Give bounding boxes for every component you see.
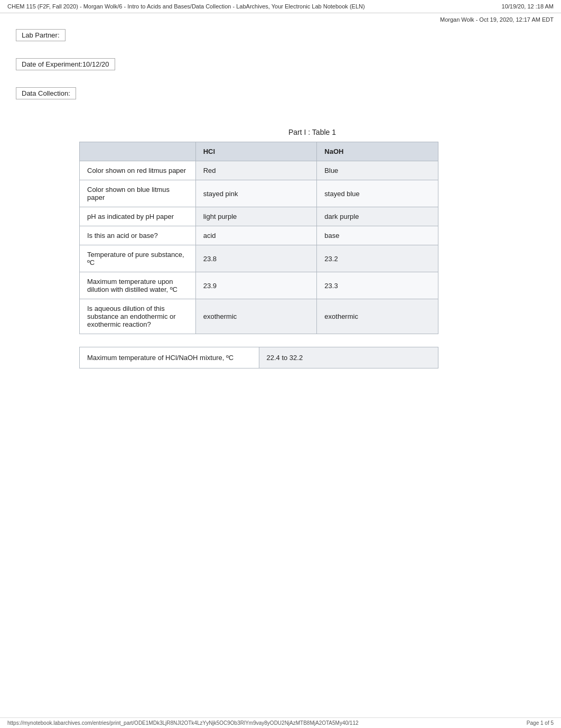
- author-date: Morgan Wolk - Oct 19, 2020, 12:17 AM EDT: [0, 13, 561, 24]
- row-naoh-value: stayed blue: [317, 180, 438, 207]
- row-naoh-value: exothermic: [317, 299, 438, 334]
- table-row: Color shown on blue litmus paperstayed p…: [80, 180, 438, 207]
- page-title-bar: CHEM 115 (F2F, Fall 2020) - Morgan Wolk/…: [7, 3, 365, 10]
- summary-table: Maximum temperature of HCl/NaOH mixture,…: [79, 347, 438, 368]
- row-naoh-value: 23.2: [317, 245, 438, 272]
- row-label: Color shown on red litmus paper: [80, 161, 196, 180]
- row-hcl-value: 23.8: [195, 245, 317, 272]
- row-hcl-value: 23.9: [195, 272, 317, 299]
- main-content: Part I : Table 1 HCl NaOH Color shown on…: [0, 128, 561, 384]
- data-collection-field: Data Collection:: [16, 87, 76, 99]
- col-header-empty: [80, 142, 196, 161]
- row-hcl-value: acid: [195, 226, 317, 245]
- row-label: Color shown on blue litmus paper: [80, 180, 196, 207]
- row-naoh-value: Blue: [317, 161, 438, 180]
- row-label: pH as indicated by pH paper: [80, 207, 196, 226]
- table-row: Temperature of pure substance, ºC23.823.…: [80, 245, 438, 272]
- table-row: Maximum temperature upon dilution with d…: [80, 272, 438, 299]
- row-hcl-value: light purple: [195, 207, 317, 226]
- summary-value: 22.4 to 32.2: [259, 347, 438, 368]
- col-header-hcl: HCl: [195, 142, 317, 161]
- data-table: HCl NaOH Color shown on red litmus paper…: [79, 142, 438, 334]
- row-label: Temperature of pure substance, ºC: [80, 245, 196, 272]
- row-naoh-value: 23.3: [317, 272, 438, 299]
- col-header-naoh: NaOH: [317, 142, 438, 161]
- datetime-bar: 10/19/20, 12 :18 AM: [502, 3, 554, 10]
- row-hcl-value: exothermic: [195, 299, 317, 334]
- footer-page: Page 1 of 5: [527, 720, 554, 726]
- row-hcl-value: stayed pink: [195, 180, 317, 207]
- row-naoh-value: dark purple: [317, 207, 438, 226]
- metadata-section: Lab Partner: Date of Experiment:10/12/20…: [0, 24, 561, 117]
- date-field: Date of Experiment:10/12/20: [16, 58, 115, 70]
- table-row: Is this an acid or base?acidbase: [80, 226, 438, 245]
- table-row: pH as indicated by pH paperlight purpled…: [80, 207, 438, 226]
- row-label: Maximum temperature upon dilution with d…: [80, 272, 196, 299]
- browser-bar: CHEM 115 (F2F, Fall 2020) - Morgan Wolk/…: [0, 0, 561, 13]
- row-hcl-value: Red: [195, 161, 317, 180]
- lab-partner-field: Lab Partner:: [16, 29, 66, 41]
- table1-title: Part I : Table 1: [79, 128, 545, 136]
- row-label: Is aqueous dilution of this substance an…: [80, 299, 196, 334]
- table-row: Is aqueous dilution of this substance an…: [80, 299, 438, 334]
- table-row: Color shown on red litmus paperRedBlue: [80, 161, 438, 180]
- footer-url: https://mynotebook.labarchives.com/entri…: [7, 720, 359, 726]
- row-naoh-value: base: [317, 226, 438, 245]
- row-label: Is this an acid or base?: [80, 226, 196, 245]
- summary-label: Maximum temperature of HCl/NaOH mixture,…: [80, 347, 259, 368]
- footer: https://mynotebook.labarchives.com/entri…: [0, 717, 561, 728]
